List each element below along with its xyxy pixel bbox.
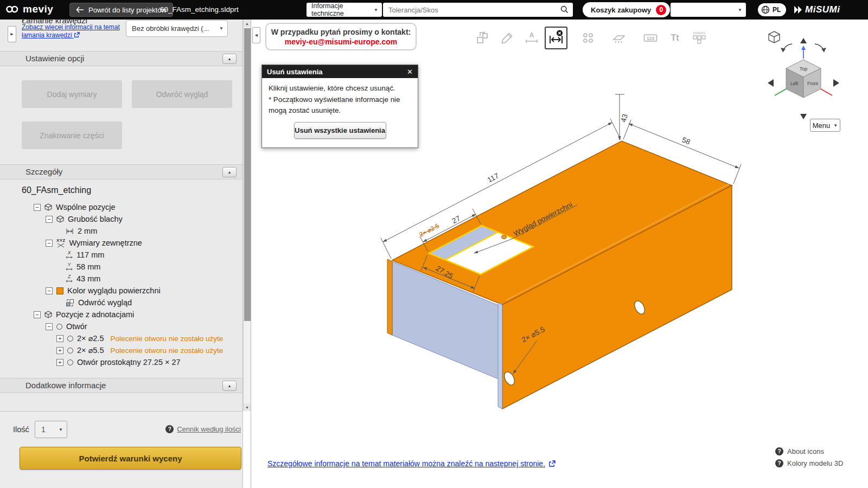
scroll-down-arrow[interactable]: ▼ <box>244 403 251 411</box>
rotate-up-arrow[interactable] <box>800 38 807 43</box>
tree-item[interactable]: Odwróć wygląd <box>0 297 239 309</box>
dim-small-holes-label[interactable]: 2× ⌀2.5 <box>418 222 440 238</box>
panel-collapse-handle[interactable]: ▶ <box>8 26 16 42</box>
hole-icon <box>67 348 73 354</box>
invert-appearance-tool-button[interactable] <box>471 27 494 49</box>
viewer-toolbar: A 123 Tt 6VIEWS <box>471 27 711 49</box>
sidebar-scrollbar[interactable]: ▲ ▼ <box>243 20 251 411</box>
collapse-section-button[interactable]: ▲ <box>222 54 237 64</box>
tree-expander-icon[interactable]: − <box>46 323 53 330</box>
popup-body-line2: * Początkowo wyświetlane informacje nie … <box>269 95 400 115</box>
cube-face-front-label[interactable]: Front <box>807 81 818 86</box>
delete-dimension-tool-button[interactable] <box>545 27 567 49</box>
tree-expander-icon[interactable]: − <box>46 216 53 223</box>
tree-item-label: Otwór prostokątny 27.25 × 27 <box>77 358 181 367</box>
contact-email-link[interactable]: meviy-eu@misumi-europe.com <box>285 37 397 46</box>
xyz-axes-icon: XYZ <box>56 239 65 248</box>
add-dimension-tool-button[interactable] <box>496 27 519 49</box>
color-swatch-icon <box>56 287 63 294</box>
language-selector[interactable]: PL <box>758 3 786 16</box>
edge-treatment-dropdown[interactable]: Bez obróbki krawędzi (... ▼ <box>126 20 228 37</box>
rotate-ccw-icon[interactable] <box>781 44 792 52</box>
tree-item[interactable]: +2× ⌀2.5Polecenie otworu nie zostało uży… <box>0 332 239 344</box>
delete-all-settings-button[interactable]: Usuń wszystkie ustawienia <box>294 122 386 139</box>
search-icon[interactable] <box>560 5 569 16</box>
hole-options-tool-button[interactable] <box>577 27 599 49</box>
header-dropdown[interactable]: ▼ <box>671 3 746 17</box>
scrollbar-thumb[interactable] <box>244 28 251 321</box>
tree-item[interactable]: +Otwór prostokątny 27.25 × 27 <box>0 356 239 368</box>
cube-icon <box>44 311 52 318</box>
dim-width-label[interactable]: 58 <box>681 136 692 146</box>
text-annotation-tool-button[interactable]: Tt <box>663 27 686 49</box>
collapse-section-button[interactable]: ▲ <box>222 167 237 177</box>
dim-height-label[interactable]: 43 <box>619 113 629 123</box>
tree-item[interactable]: −XYZWymiary zewnętrzne <box>0 237 239 249</box>
tree-expander-icon[interactable]: − <box>34 204 41 211</box>
viewer-pane-collapse-handle[interactable]: ◀ <box>252 27 260 43</box>
six-views-tool-button[interactable]: 6VIEWS <box>688 27 711 49</box>
axis-icon: Z <box>66 275 73 283</box>
part-marking-button[interactable]: Znakowanie części <box>22 121 122 149</box>
collapse-section-button[interactable]: ▲ <box>222 381 237 391</box>
popup-body-line1: Kliknij ustawienie, które chcesz usunąć. <box>269 84 395 92</box>
search-input[interactable] <box>383 3 573 17</box>
tree-expander-icon[interactable]: + <box>56 359 63 366</box>
dimension-text-tool-button[interactable]: A <box>520 27 543 49</box>
scroll-up-arrow[interactable]: ▲ <box>244 20 251 27</box>
tree-item-label: Wspólne pozycje <box>56 203 116 211</box>
left-panel: Łamanie krawędzi Zobacz więcej informacj… <box>0 20 243 488</box>
close-icon[interactable]: ✕ <box>407 68 413 76</box>
tree-item[interactable]: Z43 mm <box>0 273 239 285</box>
svg-text:A: A <box>529 31 534 39</box>
tree-item[interactable]: 2 mm <box>0 225 239 237</box>
tree-item[interactable]: X117 mm <box>0 249 239 261</box>
cart-button[interactable]: Koszyk zakupowy 0 <box>583 2 670 17</box>
tree-expander-icon[interactable]: − <box>34 311 41 318</box>
external-link-icon <box>548 460 556 467</box>
tree-root-label: 60_FAsm_etching <box>22 185 91 195</box>
tree-expander-icon[interactable]: − <box>46 287 53 294</box>
quantity-dropdown[interactable]: 1 ▼ <box>35 421 67 438</box>
surface-finish-tool-button[interactable] <box>608 27 630 49</box>
tree-item[interactable]: +2× ⌀5.5Polecenie otworu nie zostało uży… <box>0 344 239 356</box>
tree-expander-icon[interactable]: + <box>56 335 63 342</box>
cube-face-left-label[interactable]: Left <box>790 81 799 86</box>
iso-view-icon[interactable] <box>769 31 780 43</box>
cube-face-top-label[interactable]: Top <box>800 66 808 72</box>
viewer-menu-button[interactable]: Menu ▼ <box>810 119 840 132</box>
tree-expander-icon[interactable]: + <box>56 347 63 354</box>
tree-expander-icon[interactable]: − <box>46 240 53 247</box>
tree-item[interactable]: Y58 mm <box>0 261 239 273</box>
tree-item-label: 117 mm <box>76 251 104 259</box>
rotate-cw-icon[interactable] <box>815 44 826 52</box>
external-link-icon <box>74 32 80 38</box>
technical-info-dropdown[interactable]: Informacje techniczne ▼ <box>307 3 382 17</box>
rotate-left-arrow[interactable] <box>768 79 774 87</box>
question-icon: ? <box>775 447 783 455</box>
model-colors-link[interactable]: ? Kolory modelu 3D <box>775 459 843 467</box>
rotate-down-arrow[interactable] <box>800 114 807 119</box>
materials-info-link[interactable]: Szczegółowe informacje na temat materiał… <box>267 459 556 468</box>
invert-appearance-button[interactable]: Odwróć wygląd <box>132 80 232 108</box>
edge-treatment-info-link[interactable]: Zobacz więcej informacji na temat łamani… <box>22 23 133 40</box>
tree-item[interactable]: −Pozycje z adnotacjami <box>0 309 239 320</box>
section-header-additional: Dodatkowe informacje ▲ <box>0 378 242 393</box>
cube-icon <box>56 215 64 223</box>
view-cube[interactable]: Top Left Front <box>786 60 821 98</box>
dim-rect-hole-width-label[interactable]: 27 <box>451 214 462 225</box>
confirm-quote-button[interactable]: Potwierdź warunki wyceny <box>20 447 241 470</box>
about-icons-link[interactable]: ? About icons <box>775 447 843 455</box>
dim-length-label[interactable]: 117 <box>486 171 500 184</box>
section-header-options: Ustawienie opcji ▲ <box>0 51 242 66</box>
tree-item[interactable]: −Grubość blachy <box>0 213 239 225</box>
pricing-by-quantity-link[interactable]: ? Cennik według ilości <box>165 425 241 433</box>
tree-item[interactable]: −Wspólne pozycje <box>0 201 239 213</box>
misumi-logo-icon <box>794 6 802 14</box>
tree-item[interactable]: −Otwór <box>0 320 239 332</box>
rotate-right-arrow[interactable] <box>833 79 839 87</box>
tree-item[interactable]: −Kolor wyglądu powierzchni <box>0 285 239 297</box>
back-to-projects-button[interactable]: Powrót do listy projektów <box>69 3 173 17</box>
add-dimensions-button[interactable]: Dodaj wymiary <box>22 80 122 108</box>
part-numbering-tool-button[interactable]: 123 <box>639 27 662 49</box>
